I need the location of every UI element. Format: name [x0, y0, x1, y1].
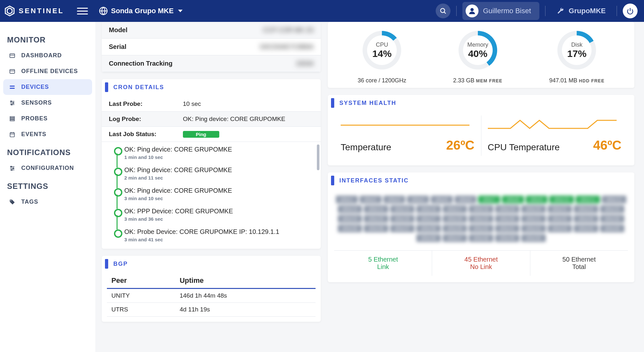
sidebar-section-notifications: NOTIFICATIONS [3, 145, 92, 160]
sidebar-item-label: SENSORS [21, 99, 52, 106]
scrollbar[interactable] [317, 144, 319, 170]
interface-chip[interactable]: ether47 [443, 234, 467, 242]
interface-chip[interactable]: ether26 [390, 215, 414, 223]
interface-chip[interactable]: ether35 [338, 225, 362, 232]
interface-chip[interactable]: ether14 [364, 205, 388, 213]
sidebar-item-label: EVENTS [21, 131, 46, 138]
interface-chip[interactable]: ether38 [416, 225, 440, 232]
interface-chip[interactable]: ether32 [548, 215, 572, 223]
interface-chip[interactable]: ether31 [521, 215, 545, 223]
interface-chip[interactable]: ether11 [576, 196, 600, 203]
info-row: Serial D0CD0AE7C8B8A [102, 39, 321, 55]
interface-chip[interactable]: ether4 [407, 196, 429, 203]
interface-chip[interactable]: ether40 [469, 225, 493, 232]
org-menu[interactable]: GrupoMKE [551, 4, 611, 18]
interface-chip[interactable]: ether16 [416, 205, 440, 213]
cpu-temperature-value: 46ºC [593, 138, 621, 153]
interface-chip[interactable]: ether21 [548, 205, 572, 213]
interface-chip[interactable]: ether10 [549, 196, 573, 203]
interface-chip[interactable]: ether28 [443, 215, 467, 223]
cron-row: Log Probe: OK: Ping device: CORE GRUPOMK… [102, 112, 321, 127]
interface-chip[interactable]: ether2 [360, 196, 382, 203]
sidebar-item-devices[interactable]: DEVICES [3, 79, 92, 95]
gauge-value: 40% [468, 48, 488, 59]
interface-chip[interactable]: ether20 [521, 205, 545, 213]
sidebar-item-sensors[interactable]: SENSORS [3, 95, 92, 111]
devices-icon [9, 84, 15, 90]
interface-chip[interactable]: ether27 [416, 215, 440, 223]
interface-chip[interactable]: ether45 [600, 225, 624, 232]
svg-point-30 [11, 166, 12, 167]
sidebar-item-offline[interactable]: OFFLINE DEVICES [3, 63, 92, 79]
gauge-sub-unit: HDD FREE [579, 78, 605, 83]
svg-point-17 [11, 101, 12, 102]
interface-chip[interactable]: ether30 [495, 215, 519, 223]
cron-value: 10 sec [183, 100, 201, 107]
svg-rect-20 [10, 116, 14, 117]
interface-chip[interactable]: ether15 [390, 205, 414, 213]
sidebar-item-configuration[interactable]: CONFIGURATION [3, 160, 92, 176]
context-name: Sonda Grupo MKE [111, 7, 174, 15]
interface-chip[interactable]: ether43 [548, 225, 572, 232]
interface-chip[interactable]: ether49 [495, 234, 519, 242]
sidebar-item-dashboard[interactable]: DASHBOARD [3, 48, 92, 63]
sidebar-item-events[interactable]: EVENTS [3, 126, 92, 142]
svg-rect-21 [10, 118, 14, 119]
interface-chip[interactable]: ether29 [469, 215, 493, 223]
sensors-icon [9, 100, 15, 106]
interface-chip[interactable]: ether19 [495, 205, 519, 213]
cpu-temperature-sparkline [488, 119, 617, 132]
interface-chip[interactable]: ether44 [574, 225, 598, 232]
interface-chip[interactable]: ether3 [384, 196, 405, 203]
interface-chip[interactable]: ether50 [521, 234, 545, 242]
configuration-icon [9, 165, 15, 171]
interface-chip[interactable]: ether46 [416, 234, 440, 242]
temperature-sparkline [341, 119, 469, 132]
sidebar-item-tags[interactable]: TAGS [3, 194, 92, 210]
topbar: SENTINEL Sonda Grupo MKE Guillermo Biset… [0, 0, 644, 22]
info-key: Serial [109, 43, 205, 51]
interface-chip[interactable]: ether22 [574, 205, 598, 213]
search-button[interactable] [436, 4, 450, 18]
interface-chip[interactable]: ether39 [443, 225, 467, 232]
interfaces-nolink-sub: No Link [434, 263, 528, 271]
context-selector[interactable]: Sonda Grupo MKE [99, 6, 183, 15]
cron-log-timeline[interactable]: OK: Ping device: CORE GRUPOMKE1 min and … [102, 142, 321, 249]
sidebar-item-label: PROBES [21, 115, 48, 122]
interface-chip[interactable]: ether33 [574, 215, 598, 223]
interface-chip[interactable]: ether34 [600, 215, 624, 223]
interface-chip[interactable]: ether8 [502, 196, 524, 203]
log-entry: OK: Ping device: CORE GRUPOMKE2 min and … [111, 166, 314, 187]
interface-chip[interactable]: ether6 [455, 196, 477, 203]
cpu-gauge: CPU 14% 36 core / 1200GHz [358, 31, 406, 84]
interface-chip[interactable]: ether42 [521, 225, 545, 232]
interface-chip[interactable]: ether7 [478, 196, 500, 203]
interface-chip[interactable]: ether41 [495, 225, 519, 232]
bgp-peer: UTRS [107, 303, 175, 317]
interface-chip[interactable]: ether1 [336, 196, 358, 203]
sidebar-item-probes[interactable]: PROBES [3, 111, 92, 126]
interface-chip[interactable]: ether23 [600, 205, 624, 213]
interface-chip[interactable]: ether18 [469, 205, 493, 213]
user-menu[interactable]: Guillermo Biset [462, 2, 539, 20]
gauge-sub-unit: MEM FREE [476, 78, 502, 83]
interfaces-link-sub: Link [336, 263, 430, 271]
svg-line-5 [444, 12, 446, 14]
interface-chip[interactable]: ether13 [338, 205, 362, 213]
interface-chip[interactable]: ether9 [526, 196, 548, 203]
interface-chip[interactable]: ether25 [364, 215, 388, 223]
interface-chip[interactable]: ether48 [469, 234, 493, 242]
interface-chip[interactable]: ether37 [390, 225, 414, 232]
interface-chip[interactable]: ether17 [443, 205, 467, 213]
power-button[interactable] [623, 4, 638, 18]
sidebar-section-settings: SETTINGS [3, 179, 92, 194]
interface-chip[interactable]: ether5 [431, 196, 453, 203]
interface-chip[interactable]: ether36 [364, 225, 388, 232]
interface-chip[interactable]: ether24 [338, 215, 362, 223]
menu-icon[interactable] [77, 5, 88, 16]
power-icon [627, 7, 634, 14]
interface-chip[interactable]: ether12 [602, 196, 626, 203]
divider [456, 6, 457, 16]
brand-logo[interactable]: SENTINEL [4, 5, 64, 17]
temperature-panel: Temperature 26ºC [334, 116, 481, 156]
